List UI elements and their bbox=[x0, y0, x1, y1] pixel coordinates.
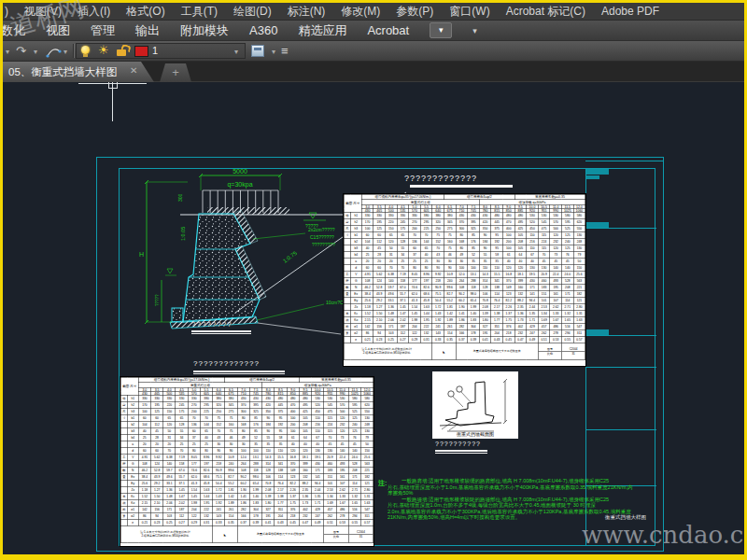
chevron-down-icon[interactable]: ▾ bbox=[272, 48, 275, 56]
note-line: 片石,基础埋置深度不小于1.0m,基底地基容许承载力不小于400KPa,基底摩擦… bbox=[388, 483, 658, 489]
chevron-down-icon[interactable]: ▾ bbox=[472, 26, 477, 35]
titleblock-divider bbox=[585, 228, 656, 229]
figure2-underline bbox=[193, 371, 285, 372]
pickbox-cursor bbox=[108, 82, 118, 89]
new-tab-button[interactable]: + bbox=[160, 63, 191, 82]
doc-tab-active[interactable]: 05、衡重式挡墙大样图 ✕ bbox=[3, 62, 154, 82]
menu-item[interactable]: 标注(N) bbox=[288, 4, 326, 20]
layer-unlock-icon[interactable] bbox=[117, 49, 126, 56]
figure1-underline bbox=[191, 330, 251, 332]
dimension-table-1: 截面 尺寸墙背填料内摩擦角φ=35°(γ=17.0kN/m³)墙背摩擦角δ=φ/… bbox=[344, 194, 585, 366]
figure1-title: ???????? bbox=[191, 320, 233, 329]
back-slope-label: 1:0.75 bbox=[282, 250, 298, 264]
annotation-1: 2x2cm????? bbox=[308, 227, 335, 232]
detail-caption-underline bbox=[435, 453, 487, 454]
ribbon-tab[interactable]: Acrobat bbox=[367, 23, 409, 37]
ribbon-tab[interactable]: A360 bbox=[249, 23, 277, 37]
titleblock-bar bbox=[586, 175, 599, 179]
toolbar-overflow-icon[interactable]: ≡ bbox=[281, 44, 289, 58]
menu-item[interactable]: 格式(O) bbox=[126, 4, 164, 20]
autocad-window: 道桥网 )视图(V)插入(I)格式(O)工具(T)绘图(D)标注(N)修改(M)… bbox=[0, 0, 747, 560]
chevron-down-icon[interactable]: ▾ bbox=[234, 48, 238, 56]
layer-name: 1 bbox=[152, 45, 158, 56]
chevron-down-icon[interactable]: ▾ bbox=[63, 48, 67, 56]
menu-item[interactable]: 修改(M) bbox=[341, 4, 380, 20]
layer-color-swatch[interactable] bbox=[134, 46, 148, 57]
notes-marker: 注: bbox=[378, 479, 387, 488]
layer-freeze-sun-icon[interactable]: ☀ bbox=[98, 43, 109, 57]
detail-caption: ?????????? bbox=[435, 441, 481, 447]
dim-5000-label: 5000 bbox=[233, 168, 247, 175]
detail-inner-caption: 衡重式挡墙截面图 bbox=[457, 431, 494, 438]
doc-tab-label: 05、衡重式挡墙大样图 bbox=[8, 65, 117, 79]
file-tab-bar: 05、衡重式挡墙大样图 ✕ + bbox=[3, 62, 744, 82]
titleblock-bar bbox=[586, 169, 609, 175]
menu-item[interactable]: 绘图(D) bbox=[233, 4, 272, 20]
ribbon-tab[interactable]: 输出 bbox=[135, 22, 160, 39]
layer-properties-icon[interactable] bbox=[251, 45, 264, 57]
menu-bar: )视图(V)插入(I)格式(O)工具(T)绘图(D)标注(N)修改(M)参数(P… bbox=[3, 3, 744, 21]
watermark-bottom: www.cndao.com bbox=[582, 521, 744, 549]
close-icon[interactable]: ✕ bbox=[130, 65, 137, 76]
titleblock-divider bbox=[585, 335, 656, 336]
chevron-down-icon[interactable]: ▾ bbox=[6, 48, 9, 56]
front-batter-label: 1:0.05 bbox=[180, 227, 186, 241]
dim-H-label: H bbox=[139, 251, 144, 258]
embed-depth-label: ????? bbox=[155, 294, 160, 306]
ribbon-tab[interactable]: 精选应用 bbox=[298, 22, 346, 39]
figure2-underline bbox=[193, 373, 285, 374]
arc-tool-icon[interactable] bbox=[46, 45, 62, 58]
ribbon-tabs: 参数化视图管理输出附加模块A360精选应用Acrobat▾▾ bbox=[3, 21, 744, 41]
toolbar-separator bbox=[73, 44, 75, 58]
ribbon-tab[interactable]: 管理 bbox=[91, 22, 115, 39]
menu-item[interactable]: 参数(P) bbox=[396, 4, 433, 20]
figure2-title: ????????????? bbox=[193, 359, 260, 368]
menu-item[interactable]: 工具(T) bbox=[181, 4, 218, 20]
figure1-underline bbox=[191, 333, 251, 334]
menu-item[interactable]: Acrobat 标记(C) bbox=[506, 4, 585, 20]
ribbon-overflow-button[interactable]: ▾ bbox=[430, 22, 452, 38]
surcharge-label: q=30kpa bbox=[227, 181, 252, 189]
titleblock-divider bbox=[585, 367, 656, 368]
menu-item[interactable]: 窗口(W) bbox=[449, 4, 489, 20]
annotation-2: C15?????? bbox=[310, 234, 334, 240]
toolbar: ▾ ↷ ▾ ▾ ☀ 1 ▾ ▾ ≡ bbox=[3, 41, 744, 62]
drawing-canvas[interactable]: 5000 q=30kpa 1:0.75 ????? bbox=[3, 82, 744, 554]
layer-on-bulb-icon[interactable] bbox=[81, 46, 90, 54]
ribbon-tab[interactable]: 附加模块 bbox=[180, 22, 229, 39]
menu-item[interactable]: Adobe PDF bbox=[601, 5, 659, 18]
dim-300-label: 300 bbox=[177, 193, 183, 202]
titleblock-divider bbox=[585, 429, 656, 430]
annotation-3: ????????? bbox=[312, 242, 335, 247]
detail-caption-underline bbox=[435, 450, 487, 452]
redo-icon[interactable]: ↷ bbox=[16, 44, 26, 58]
detail-inset-image: 衡重式挡墙截面图 bbox=[432, 371, 518, 439]
frame-line bbox=[585, 161, 664, 161]
chevron-down-icon[interactable]: ▾ bbox=[34, 48, 37, 56]
table1-title: ????????????? bbox=[404, 174, 477, 183]
dimension-table-2: 截面 尺寸墙背填料内摩擦角φ=35°(γ=17.0kN/m³)墙背摩擦角δ=φ/… bbox=[120, 377, 374, 546]
table1-title-underline bbox=[410, 185, 513, 188]
